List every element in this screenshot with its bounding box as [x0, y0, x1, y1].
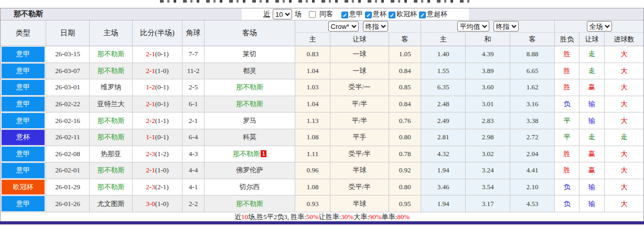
euro-home-odds: 6.35: [421, 79, 466, 96]
away-team[interactable]: 那不勒斯: [233, 149, 260, 159]
goals-result-cell: 大: [605, 96, 643, 113]
result-cell: 胜: [555, 162, 579, 179]
league-checkbox[interactable]: [419, 12, 426, 18]
away-team[interactable]: 那不勒斯: [236, 83, 263, 92]
away-team-cell: 莱切: [205, 46, 295, 63]
away-team[interactable]: 莱切: [243, 49, 256, 59]
sub-header-goals: 进球数: [605, 33, 643, 46]
home-team[interactable]: 维罗纳: [101, 83, 121, 92]
league-badge: 欧冠杯: [2, 180, 45, 195]
league-checkbox[interactable]: [341, 12, 348, 18]
away-team-cell: 那不勒斯: [205, 196, 295, 212]
score-cell: 2-1(1-0): [133, 162, 183, 179]
away-team[interactable]: 罗马: [243, 116, 256, 126]
euro-draw-odds: 3.60: [466, 79, 510, 96]
handicap-result-cell: 输: [579, 112, 605, 129]
match-date: 26-03-07: [46, 63, 90, 80]
goals-result-cell: 大: [605, 162, 643, 179]
euro-away-odds: 8.88: [510, 46, 555, 63]
home-team-cell: 尤文图斯: [90, 196, 133, 212]
euro-away-odds: 4.41: [510, 162, 555, 179]
summary-footer: 近10场,胜5平2负3, 胜率:50% 让胜率:30% 大率:90% 单率:80…: [1, 212, 643, 222]
goals-result-cell: 大: [605, 196, 643, 212]
home-team[interactable]: 尤文图斯: [98, 199, 125, 209]
home-team[interactable]: 那不勒斯: [98, 182, 125, 192]
away-team[interactable]: 科莫: [243, 132, 256, 142]
match-date: 26-03-01: [46, 79, 90, 96]
home-team-cell: 那不勒斯: [90, 46, 133, 63]
euro-odds-time-select[interactable]: 终指: [493, 21, 519, 32]
recent-count-select[interactable]: 10: [273, 9, 292, 19]
asian-away-odds: 0.80: [389, 129, 421, 146]
away-team[interactable]: 切尔西: [240, 182, 260, 192]
league-filter-1: 意杯: [365, 10, 387, 18]
filter-controls: 近 10 场 同客 意甲意杯欧冠杯意超杯: [242, 8, 469, 20]
asian-away-odds: 0.92: [389, 162, 421, 179]
home-team[interactable]: 亚特兰大: [98, 99, 125, 109]
asian-home-odds: 0.83: [295, 46, 330, 63]
away-team[interactable]: 那不勒斯: [236, 199, 263, 209]
handicap-result-cell: 赢: [579, 146, 605, 163]
col-header-home: 主场: [90, 20, 133, 46]
asian-home-odds: 1.11: [295, 146, 330, 163]
score-cell: 2-1(0-1): [133, 96, 183, 113]
home-team[interactable]: 那不勒斯: [98, 132, 125, 142]
asian-odds-time-select[interactable]: 终指: [363, 21, 388, 32]
league-checkbox[interactable]: [365, 12, 372, 18]
away-team-cell: 那不勒斯: [205, 79, 295, 96]
away-team-cell: 切尔西: [205, 179, 295, 196]
result-cell: 胜: [555, 146, 579, 163]
league-checkbox[interactable]: [389, 12, 395, 18]
odds-source-select[interactable]: Crow*: [328, 21, 359, 32]
home-team[interactable]: 那不勒斯: [98, 66, 125, 76]
halftime-score: (0-1): [155, 83, 169, 91]
summary-segment: 大率:: [353, 212, 369, 222]
recent-link[interactable]: 近: [263, 9, 270, 19]
home-team[interactable]: 热那亚: [101, 149, 121, 159]
score-cell: 2-1(1-0): [133, 63, 183, 80]
euro-home-odds: 2.48: [421, 96, 466, 113]
home-team[interactable]: 那不勒斯: [98, 116, 125, 126]
euro-away-odds: 3.16: [510, 96, 555, 113]
table-row: 意甲26-02-01那不勒斯2-1(1-0)4-4佛罗伦萨0.96半球0.921…: [1, 162, 643, 179]
clipped-text-line: [160, 0, 469, 3]
fulltime-score: 1-1: [146, 133, 155, 141]
match-date: 26-02-08: [46, 146, 90, 163]
corners-cell: 6-1: [183, 96, 205, 113]
asian-away-odds: 0.84: [389, 96, 421, 113]
home-team[interactable]: 那不勒斯: [98, 49, 125, 59]
col-header-away: 客场: [205, 20, 295, 46]
corners-cell: 2-2: [183, 196, 205, 212]
same-away-checkbox[interactable]: [309, 11, 316, 18]
home-team-cell: 热那亚: [90, 146, 133, 163]
scope-select[interactable]: 全场: [587, 21, 612, 32]
home-team-cell: 那不勒斯: [90, 162, 133, 179]
handicap-result-cell: 赢: [579, 79, 605, 96]
result-cell: 负: [555, 196, 579, 212]
league-filter-3: 意超杯: [419, 10, 447, 18]
away-team[interactable]: 那不勒斯: [236, 99, 263, 109]
home-team-cell: 那不勒斯: [90, 129, 133, 146]
euro-draw-odds: 2.98: [466, 129, 510, 146]
euro-odds-group: 平均值 终指: [421, 20, 555, 33]
away-team-cell: 都灵: [205, 63, 295, 80]
match-date: 26-03-15: [46, 46, 90, 63]
match-date: 26-02-22: [46, 96, 90, 113]
corners-cell: 11-2: [183, 63, 205, 80]
home-team[interactable]: 那不勒斯: [98, 166, 125, 175]
summary-segment: 场,胜5平2负3, 胜率:: [248, 212, 306, 222]
league-filter-0: 意甲: [341, 10, 363, 18]
score-cell: 1-1(0-1): [133, 129, 183, 146]
euro-source-select[interactable]: 平均值: [457, 21, 489, 32]
same-away-label: 同客: [319, 9, 333, 19]
fulltime-score: 1-2: [146, 83, 155, 91]
away-team[interactable]: 都灵: [243, 66, 256, 76]
handicap-result-cell: 走: [579, 129, 605, 146]
away-team[interactable]: 佛罗伦萨: [236, 166, 263, 175]
table-row: 意甲26-01-26尤文图斯3-0(1-0)2-2那不勒斯0.93半球0.951…: [1, 196, 643, 212]
asian-away-odds: 0.78: [389, 146, 421, 163]
asian-home-odds: 0.93: [295, 196, 330, 212]
goals-result-cell: 走: [605, 129, 643, 146]
handicap-line: 一球: [330, 63, 389, 80]
match-history-table: 那不勒斯 近 10 场 同客 意甲意杯欧冠杯意超杯 类型 日期 主场 比分(半场…: [0, 8, 644, 222]
